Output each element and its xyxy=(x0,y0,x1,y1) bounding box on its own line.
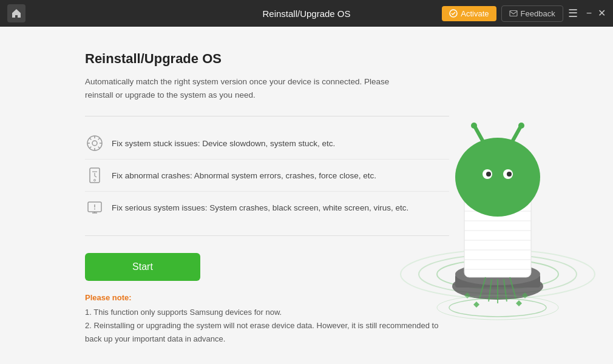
svg-line-27 xyxy=(475,127,484,144)
left-panel: Reinstall/Upgrade OS Automatically match… xyxy=(85,51,449,346)
svg-point-34 xyxy=(507,172,512,177)
feature-item-1: Fix system stuck issues: Device slowdown… xyxy=(85,127,449,160)
crash-device-icon xyxy=(86,167,103,184)
minimize-button[interactable]: − xyxy=(586,8,592,18)
feature-text-2: Fix abnormal crashes: Abnormal system er… xyxy=(112,171,376,180)
svg-point-26 xyxy=(455,138,540,217)
feature-item-3: Fix serious system issues: System crashe… xyxy=(85,192,449,223)
svg-marker-40 xyxy=(473,302,479,308)
activate-button[interactable]: Activate xyxy=(442,6,496,21)
warning-screen-icon xyxy=(86,199,103,216)
main-content: Reinstall/Upgrade OS Automatically match… xyxy=(0,27,613,364)
titlebar-right: Activate Feedback ☰ − ✕ xyxy=(442,5,606,22)
feature-icon-2 xyxy=(85,166,104,185)
feature-list: Fix system stuck issues: Device slowdown… xyxy=(85,127,449,223)
page-title: Reinstall/Upgrade OS xyxy=(85,51,449,67)
titlebar: Reinstall/Upgrade OS Activate Feedback ☰… xyxy=(0,0,613,27)
feature-icon-1 xyxy=(85,133,104,153)
titlebar-left xyxy=(7,4,25,22)
svg-point-28 xyxy=(471,123,477,129)
note-section: Please note: 1. This function only suppo… xyxy=(85,293,449,346)
note-title: Please note: xyxy=(85,293,449,302)
settings-gear-icon xyxy=(86,135,103,152)
titlebar-title: Reinstall/Upgrade OS xyxy=(262,8,350,19)
feedback-button[interactable]: Feedback xyxy=(501,5,563,22)
feature-text-1: Fix system stuck issues: Device slowdown… xyxy=(112,139,335,148)
close-button[interactable]: ✕ xyxy=(598,8,606,18)
start-button[interactable]: Start xyxy=(85,253,200,281)
home-button[interactable] xyxy=(7,4,25,22)
divider-top xyxy=(85,116,449,116)
divider-bottom xyxy=(85,235,449,236)
svg-marker-41 xyxy=(516,300,522,306)
note-line-2: 2. Reinstalling or upgrading the system … xyxy=(85,319,449,346)
activate-icon xyxy=(449,9,458,18)
svg-point-33 xyxy=(486,172,491,177)
page-description: Automatically match the right system ver… xyxy=(85,75,401,101)
svg-rect-1 xyxy=(510,11,517,16)
menu-button[interactable]: ☰ xyxy=(568,7,578,20)
feature-text-3: Fix serious system issues: System crashe… xyxy=(112,203,408,212)
svg-line-29 xyxy=(511,127,520,144)
feature-item-2: Fix abnormal crashes: Abnormal system er… xyxy=(85,160,449,192)
svg-point-30 xyxy=(518,123,524,129)
svg-point-10 xyxy=(94,209,95,210)
svg-point-3 xyxy=(92,141,97,146)
note-line-1: 1. This function only supports Samsung d… xyxy=(85,306,449,319)
home-icon xyxy=(12,8,21,18)
window-controls: − ✕ xyxy=(586,8,606,18)
svg-point-6 xyxy=(94,180,96,181)
mail-icon xyxy=(509,9,518,18)
feature-icon-3 xyxy=(85,198,104,217)
